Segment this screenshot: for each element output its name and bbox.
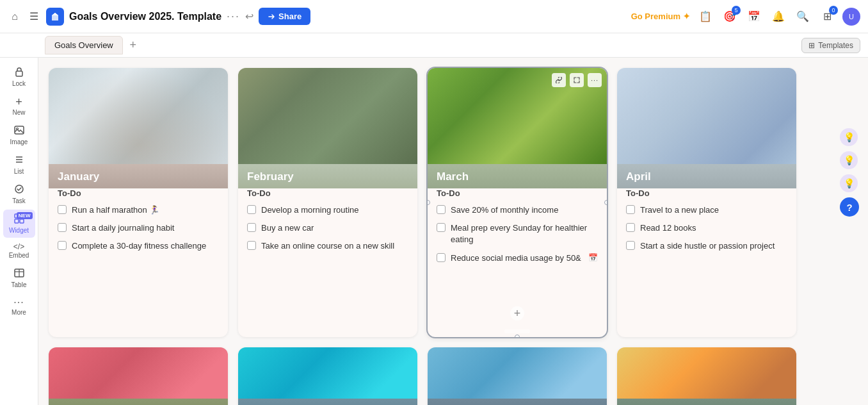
january-title: January: [58, 170, 99, 183]
todo-text: Take an online course on a new skill: [261, 240, 408, 252]
app-logo: [46, 8, 64, 26]
sidebar-item-more[interactable]: ··· More: [3, 293, 35, 320]
april-header: April: [617, 164, 796, 188]
help-button[interactable]: ?: [840, 197, 859, 217]
undo-btn[interactable]: ↩: [245, 10, 253, 22]
card-june[interactable]: June: [238, 347, 417, 405]
tab-add-btn[interactable]: +: [125, 38, 141, 53]
search-icon[interactable]: 🔍: [794, 8, 812, 26]
suggestion-btn-1[interactable]: 💡: [840, 128, 858, 146]
sidebar-item-lock[interactable]: Lock: [3, 63, 35, 91]
calendar-item-icon[interactable]: 📅: [588, 253, 598, 262]
todo-text: Read 12 books: [640, 222, 787, 234]
march-body: To-Do Save 20% of monthly income Meal pr…: [428, 188, 607, 279]
sidebar-item-label: Embed: [9, 252, 29, 259]
embed-icon: </>: [13, 243, 24, 251]
list-item: Develop a morning routine: [247, 204, 408, 216]
go-premium-btn[interactable]: Go Premium ✦: [631, 12, 690, 21]
avatar[interactable]: U: [842, 8, 860, 26]
list-item: Buy a new car: [247, 222, 408, 234]
sidebar-item-task[interactable]: Task: [3, 180, 35, 208]
sidebar-item-embed[interactable]: </> Embed: [3, 239, 35, 263]
todo-text: Complete a 30-day fitness challenge: [72, 240, 219, 252]
sidebar-item-widget[interactable]: NEW Widget: [3, 210, 35, 238]
checkbox[interactable]: [58, 241, 67, 250]
july-header: July: [428, 399, 607, 405]
card-add-button[interactable]: +: [510, 306, 524, 320]
more-options-btn[interactable]: ···: [227, 10, 240, 23]
expand-icon[interactable]: [570, 73, 584, 87]
checkbox[interactable]: [247, 205, 256, 214]
checkbox[interactable]: [247, 241, 256, 250]
checkbox[interactable]: [626, 223, 635, 232]
suggestion-btn-3[interactable]: 💡: [840, 174, 858, 192]
checkbox[interactable]: [626, 205, 635, 214]
plus-icon: +: [15, 96, 22, 108]
target-icon[interactable]: 🎯5: [721, 8, 739, 26]
menu-icon[interactable]: ☰: [27, 10, 41, 24]
todo-text: Reduce social media usage by 50&: [451, 252, 583, 264]
card-more-icon[interactable]: ···: [588, 73, 602, 87]
list-item: Run a half marathon 🏃‍♀️: [58, 204, 219, 216]
january-todo-label: To-Do: [58, 188, 219, 198]
sidebar: Lock + New Image List Task NEW: [0, 58, 38, 405]
layout: Lock + New Image List Task NEW: [0, 58, 868, 405]
card-march[interactable]: ··· March To-Do Save 20% of monthly inco…: [428, 68, 607, 337]
suggestion-btn-2[interactable]: 💡: [840, 151, 858, 169]
tab-goals-overview[interactable]: Goals Overview: [45, 36, 123, 54]
sidebar-item-table[interactable]: Table: [3, 264, 35, 292]
card-april[interactable]: April To-Do Travel to a new place Read 1…: [617, 68, 796, 337]
sidebar-item-image[interactable]: Image: [3, 121, 35, 149]
january-image: [49, 68, 228, 164]
cards-grid: January To-Do Run a half marathon 🏃‍♀️ S…: [49, 68, 858, 405]
todo-text: Travel to a new place: [640, 204, 787, 216]
card-july[interactable]: July: [428, 347, 607, 405]
list-item: Take an online course on a new skill: [247, 240, 408, 252]
sidebar-item-label: Widget: [9, 227, 29, 234]
sidebar-item-new[interactable]: + New: [3, 92, 35, 120]
checkbox[interactable]: [437, 205, 446, 214]
image-icon: [14, 125, 24, 137]
bell-icon[interactable]: 🔔: [769, 8, 787, 26]
link-icon[interactable]: [552, 73, 566, 87]
checkbox[interactable]: [437, 253, 446, 262]
grid-icon[interactable]: ⊞0: [818, 8, 836, 26]
more-icon: ···: [13, 297, 24, 308]
list-item: Travel to a new place: [626, 204, 787, 216]
checkbox[interactable]: [58, 205, 67, 214]
checklist-icon[interactable]: 📋: [696, 8, 714, 26]
main-content: January To-Do Run a half marathon 🏃‍♀️ S…: [38, 58, 868, 405]
card-may[interactable]: May: [49, 347, 228, 405]
resize-handle-right[interactable]: [604, 200, 607, 205]
march-header: March: [428, 164, 607, 188]
april-title: April: [626, 170, 651, 183]
june-image: [238, 347, 417, 399]
may-image: [49, 347, 228, 399]
checkbox[interactable]: [437, 223, 446, 232]
todo-text: Develop a morning routine: [261, 204, 408, 216]
card-january[interactable]: January To-Do Run a half marathon 🏃‍♀️ S…: [49, 68, 228, 337]
sidebar-item-list[interactable]: List: [3, 151, 35, 179]
checkbox[interactable]: [626, 241, 635, 250]
topbar-left: ⌂ ☰ Goals Overview 2025. Template ··· ↩ …: [8, 8, 626, 26]
march-todo-label: To-Do: [437, 188, 598, 198]
checkbox[interactable]: [58, 223, 67, 232]
sidebar-item-label: Task: [12, 197, 26, 204]
svg-rect-0: [16, 71, 22, 76]
templates-btn[interactable]: ⊞ Templates: [801, 38, 860, 53]
svg-rect-9: [15, 219, 19, 223]
right-panel: 💡 💡 💡 ?: [840, 128, 859, 217]
resize-indicator: [504, 329, 530, 333]
calendar-icon[interactable]: 📅: [745, 8, 763, 26]
card-february[interactable]: February To-Do Develop a morning routine…: [238, 68, 417, 337]
sidebar-item-label: More: [12, 309, 26, 316]
home-icon[interactable]: ⌂: [8, 10, 22, 24]
checkbox[interactable]: [247, 223, 256, 232]
february-body: To-Do Develop a morning routine Buy a ne…: [238, 188, 417, 268]
card-august[interactable]: August: [617, 347, 796, 405]
todo-text: Start a side hustle or passion project: [640, 240, 787, 252]
april-todo-label: To-Do: [626, 188, 787, 198]
resize-handle-bottom[interactable]: [515, 335, 520, 337]
share-button[interactable]: Share: [259, 8, 310, 25]
list-item: Meal prep every Sunday for healthier eat…: [437, 222, 598, 245]
